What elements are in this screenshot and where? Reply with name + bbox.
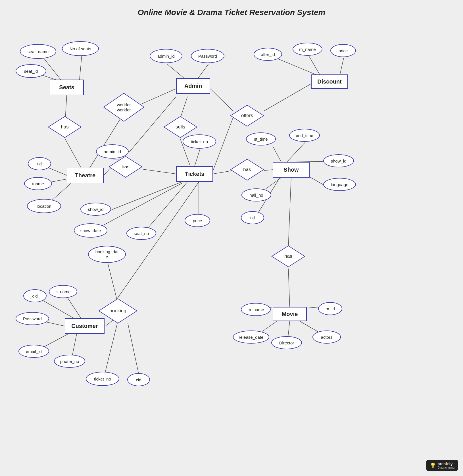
svg-line-15 <box>264 84 311 111</box>
svg-line-52 <box>108 264 117 301</box>
attr-seat-name: seat_name <box>20 44 56 59</box>
svg-line-14 <box>210 89 233 111</box>
creately-logo: 💡 creately Diagramming <box>426 460 458 471</box>
attr-c-name: c_name <box>49 285 77 298</box>
attr-st-time: st_time <box>246 132 276 145</box>
attr-director: Director <box>271 336 302 349</box>
attr-cid: _cid_ <box>23 289 47 302</box>
svg-line-12 <box>180 97 187 118</box>
attr-tid-show: tid <box>241 211 264 224</box>
rel-sells: sells <box>163 116 197 138</box>
attr-no-of-seats: No.of seats <box>62 41 99 56</box>
svg-line-28 <box>264 170 273 171</box>
attr-password-admin: Password <box>191 49 224 63</box>
attr-show-id-right: show_id <box>323 154 354 167</box>
svg-line-36 <box>288 269 290 307</box>
attr-price-discount: price <box>330 44 356 57</box>
attr-tid-theatre: tid <box>28 157 51 170</box>
rel-offers: offers <box>230 105 264 127</box>
attr-show-date: show_date <box>74 223 107 238</box>
attr-password-cust: Password <box>16 312 49 325</box>
svg-line-51 <box>117 182 199 298</box>
attr-ticket-no-booking: ticket_no <box>86 372 119 386</box>
svg-line-9 <box>142 89 176 104</box>
attr-location: location <box>27 199 61 213</box>
attr-price-ticket: price <box>185 214 210 227</box>
svg-line-22 <box>195 149 200 166</box>
svg-line-23 <box>112 182 182 210</box>
svg-line-31 <box>273 146 281 162</box>
connection-lines <box>0 0 463 476</box>
attr-end-time: end_time <box>289 129 320 142</box>
attr-email-id: email_id <box>18 345 49 358</box>
diagram-title: Online Movie & Drama Ticket Reservation … <box>0 8 463 17</box>
rel-booking: booking <box>98 298 138 324</box>
svg-line-17 <box>309 56 321 77</box>
attr-language: language <box>323 178 356 191</box>
entity-seats: Seats <box>50 80 84 95</box>
entity-admin: Admin <box>176 78 210 94</box>
entity-tickets: Tickets <box>176 166 213 182</box>
rel-workfor: workforworkfor <box>103 92 145 122</box>
attr-actors: actors <box>312 331 341 344</box>
attr-m-id: m_id <box>318 302 342 315</box>
diagram-container: Online Movie & Drama Ticket Reservation … <box>0 0 463 476</box>
entity-discount: Discount <box>311 74 348 89</box>
attr-show-id-left: show_id <box>80 203 111 216</box>
rel-has-show: has <box>230 159 264 181</box>
bulb-icon: 💡 <box>430 462 436 469</box>
svg-line-18 <box>339 58 344 77</box>
attr-admin-id-top: admin_id <box>150 49 182 63</box>
attr-release-date: release_date <box>233 331 269 344</box>
svg-line-53 <box>103 323 117 379</box>
svg-line-35 <box>288 178 291 247</box>
svg-line-40 <box>288 321 290 337</box>
attr-hall-no: hall_no <box>241 188 271 201</box>
attr-m-name-movie: m_name <box>241 303 271 316</box>
svg-line-21 <box>142 169 176 174</box>
attr-cid-booking: cid <box>127 373 150 386</box>
entity-theatre: Theatre <box>67 168 104 183</box>
rel-has-seats: has <box>48 116 82 138</box>
rel-has-theatre: has <box>109 156 143 178</box>
entity-movie: Movie <box>273 307 307 321</box>
attr-booking-date: booking_date <box>88 246 126 263</box>
svg-line-3 <box>65 95 67 118</box>
attr-seat-no: seat_no <box>126 227 156 240</box>
svg-line-25 <box>143 182 187 234</box>
attr-m-name-discount: m_name <box>293 43 322 56</box>
entity-show: Show <box>273 162 310 178</box>
rel-has-movie: has <box>271 245 305 267</box>
attr-offer-id: offer_id <box>254 48 282 61</box>
attr-phone-no: phone_no <box>54 355 85 368</box>
attr-seat-id: seat_id <box>16 64 46 78</box>
attr-tname: tname <box>24 177 52 190</box>
svg-line-54 <box>128 323 140 380</box>
svg-line-32 <box>287 142 305 162</box>
